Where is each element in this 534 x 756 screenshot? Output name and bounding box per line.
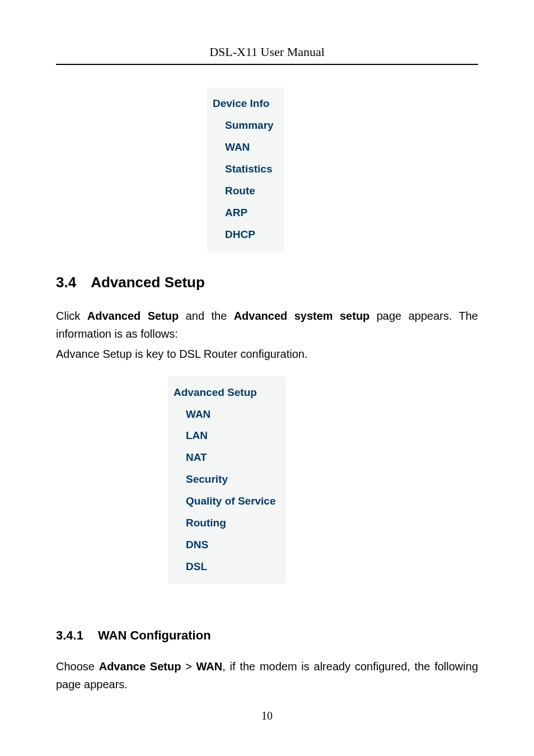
menu-item-adv-dsl[interactable]: DSL xyxy=(174,556,276,578)
menu-item-dhcp[interactable]: DHCP xyxy=(213,224,274,246)
menu-item-summary[interactable]: Summary xyxy=(213,115,274,137)
section-3-4-para2: Advance Setup is key to DSL Router confi… xyxy=(56,345,478,363)
page-number: 10 xyxy=(0,710,534,722)
section-3-4-1-para: Choose Advance Setup > WAN, if the modem… xyxy=(56,657,478,693)
subsection-title: WAN Configuration xyxy=(98,628,211,642)
section-number: 3.4 xyxy=(56,274,76,291)
page-header: DSL-X11 User Manual xyxy=(56,45,478,65)
menu-item-adv-lan[interactable]: LAN xyxy=(174,425,276,447)
menu-item-adv-wan[interactable]: WAN xyxy=(174,404,276,426)
section-3-4-1-heading: 3.4.1WAN Configuration xyxy=(56,628,478,643)
menu-item-adv-dns[interactable]: DNS xyxy=(174,534,276,556)
section-3-4-heading: 3.4Advanced Setup xyxy=(56,274,478,291)
menu-item-adv-security[interactable]: Security xyxy=(174,469,276,491)
menu-item-statistics[interactable]: Statistics xyxy=(213,158,274,180)
menu-item-adv-routing[interactable]: Routing xyxy=(174,512,276,534)
device-info-menu: Device Info Summary WAN Statistics Route… xyxy=(207,87,284,251)
menu-item-adv-nat[interactable]: NAT xyxy=(174,447,276,469)
advanced-setup-menu: Advanced Setup WAN LAN NAT Security Qual… xyxy=(168,376,286,584)
menu-title-advanced-setup[interactable]: Advanced Setup xyxy=(174,382,276,404)
section-3-4-para1: Click Advanced Setup and the Advanced sy… xyxy=(56,307,478,343)
menu-item-arp[interactable]: ARP xyxy=(213,202,274,224)
menu-title-device-info[interactable]: Device Info xyxy=(213,93,274,115)
menu-item-route[interactable]: Route xyxy=(213,180,274,202)
section-title: Advanced Setup xyxy=(91,274,205,291)
menu-item-wan[interactable]: WAN xyxy=(213,137,274,158)
subsection-number: 3.4.1 xyxy=(56,628,83,643)
menu-item-adv-qos[interactable]: Quality of Service xyxy=(174,491,276,512)
